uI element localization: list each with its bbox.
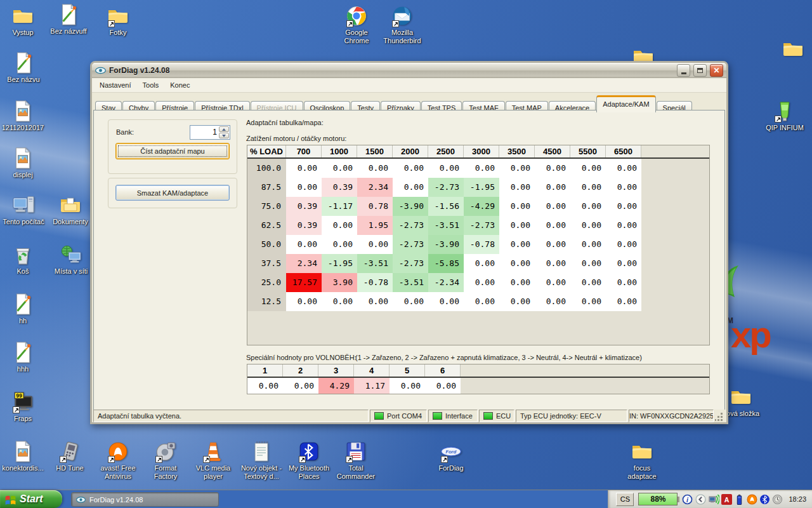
notepad-icon [251,441,272,462]
window-title: ForDiag v1.24.08 [109,66,674,75]
read-adaptation-map-button[interactable]: Číst adaptační mapu [115,143,230,159]
desktop-icon-hhh[interactable]: hhh [0,342,46,373]
info-tray-icon[interactable]: i [682,494,693,505]
resize-grip[interactable] [715,410,724,422]
bluetooth-tray-icon[interactable] [759,494,770,505]
desktop-icon-blank[interactable] [769,38,812,62]
clear-kam-button[interactable]: Smazat KAM/adaptace [115,185,230,201]
map-value-cell: 0.00 [606,159,641,178]
desktop-icon-focus-adaptace[interactable]: focusadaptace [619,441,665,481]
spinner-down-button[interactable] [219,133,229,138]
maximize-button[interactable] [693,64,707,77]
map-value-cell: 0.00 [570,178,606,197]
map-value-cell: 0.00 [606,292,641,311]
desktop-icon-google-chrome[interactable]: GoogleChrome [333,5,380,45]
pdf-tray-icon[interactable]: A [721,494,732,505]
shortcut-arrow-icon [108,456,115,463]
start-button[interactable]: Start [0,490,62,508]
battery-meter: 88% [638,493,678,505]
bank-value: 1 [190,128,217,137]
desktop-icon-m-sta-v-s-ti[interactable]: Místa v síti [48,244,95,276]
desktop-icon-label: Fraps [0,415,46,423]
map-value-cell: 17.57 [286,273,322,292]
desktop-icon-fordiag[interactable]: FordForDiag [428,441,475,472]
map-value-cell: 0.00 [570,273,606,292]
desktop-icon-bez-n-zvu[interactable]: Bez názvu [0,52,47,84]
tab-bar: StavChybyPřístrojePřístroje TDxlPřístroj… [92,93,726,110]
map-value-cell: 0.39 [286,216,322,235]
language-indicator[interactable]: CS [616,493,634,506]
shortcut-arrow-icon [60,456,67,463]
bank-spinner[interactable]: 1 [190,125,230,140]
folder-icon [12,5,34,27]
map-row: 75.00.39-1.170.78-3.90-1.56-4.290.000.00… [247,197,709,216]
idle-col-header: 5 [390,364,425,377]
idle-col-header: 6 [425,364,461,377]
desktop-icon-my-bluetooth-places[interactable]: My BluetoothPlaces [285,441,332,481]
desktop-icon-vlc-media-player[interactable]: VLC mediaplayer [190,441,237,481]
docs-icon [60,194,81,216]
network-tray-icon[interactable] [709,494,719,505]
map-value-cell: -2.73 [393,235,428,254]
menu-item-tools[interactable]: Tools [138,79,164,91]
map-col-header: 1000 [322,145,357,157]
desktop-icon-displej[interactable]: displej [0,147,46,179]
desktop-icon-format-factory[interactable]: FormatFactory [142,441,189,481]
fordiag-icon: Ford [440,441,462,462]
desktop-icon-hh[interactable]: hh [0,293,46,325]
map-value-cell: 0.00 [535,197,570,216]
map-value-cell: 2.34 [286,254,322,273]
desktop-icon-ko[interactable]: Koš [0,244,46,276]
desktop-icon-vystup[interactable]: Vystup [0,5,46,37]
desktop-icon-tento-po-ta[interactable]: Tento počítač [0,194,47,226]
thunderbird-icon [391,5,413,27]
tray-icons: A [709,494,783,505]
menu-item-konec[interactable]: Konec [165,79,195,91]
desktop-icon-avast-free-antivirus[interactable]: avast! FreeAntivirus [95,441,141,481]
axis-label: Zatížení motoru / otáčky motoru: [246,135,346,142]
desktop-icon-mozilla-thunderbird[interactable]: MozillaThunderbird [379,5,426,45]
desktop-icon-hd-tune[interactable]: HD Tune [46,441,93,472]
tab-adaptace-kam[interactable]: Adaptace/KAM [596,95,655,112]
desktop-icon-fotky[interactable]: Fotky [95,5,141,37]
map-value-cell: 0.00 [393,178,428,197]
status-message: Adaptační tabulka vyčtena. [98,412,181,420]
map-value-cell: 0.00 [570,235,606,254]
desktop-icon-nov-objekt-textov-d[interactable]: Nový objekt -Textový d... [238,441,285,481]
taskbar-task-fordiag[interactable]: ForDiag v1.24.08 [71,492,219,507]
arrow-down-icon [222,135,226,137]
formatfactory-icon [155,441,176,462]
taskbar: Start ForDiag v1.24.08 CS 88% i A 18:23 [0,490,812,508]
spinner-up-button[interactable] [219,126,229,132]
close-button[interactable] [710,64,723,77]
clock-tray-icon[interactable] [772,494,783,505]
desktop-icon-bez-n-zvuff[interactable]: Bez názvuff [45,4,92,36]
desktop-icon-label: Fotky [95,29,141,37]
desktop-icon-fraps[interactable]: 99Fraps [0,391,46,423]
map-value-cell: 0.00 [606,235,641,254]
desktop-icon-12112012017[interactable]: 12112012017 [0,100,46,132]
tab-page-adaptace-kam: Bank: 1 Číst adaptační mapu Smazat KAM/a… [93,110,725,411]
menu-item-nastaven[interactable]: Nastavení [95,79,136,91]
battery-tray-icon[interactable] [734,494,745,505]
avast-tray-icon[interactable] [747,494,757,505]
map-value-cell: 0.00 [535,273,570,292]
map-load-cell: 12.5 [247,292,286,311]
desktop-icon-qip-infium[interactable]: QIP INFIUM [761,100,808,132]
minimize-icon [681,72,686,74]
titlebar[interactable]: ForDiag v1.24.08 [92,63,726,78]
shortcut-arrow-icon [775,116,782,123]
collapse-chevron-button[interactable] [695,494,706,505]
desktop-icon-label: Tento počítač [0,218,47,226]
map-load-cell: 62.5 [247,216,286,235]
desktop-icon-label: avast! FreeAntivirus [95,464,141,481]
paint-icon [58,4,79,25]
map-value-cell: 0.00 [499,235,535,254]
idle-values-legend: (1 -> Zařazeno, 2 -> Zařazeno + zapnutá … [355,354,642,361]
minimize-button[interactable] [677,64,690,77]
desktop-icon-dokumenty[interactable]: Dokumenty [47,194,94,226]
desktop-icon-konektordis[interactable]: konektordis... [0,441,46,472]
desktop-icon-total-commander[interactable]: TotalCommander [332,441,379,481]
ecu-type-text: Typ ECU jednotky: EEC-V [520,412,601,420]
vin-panel: VIN: WF0NXXGCDN2A29254 [629,410,714,422]
